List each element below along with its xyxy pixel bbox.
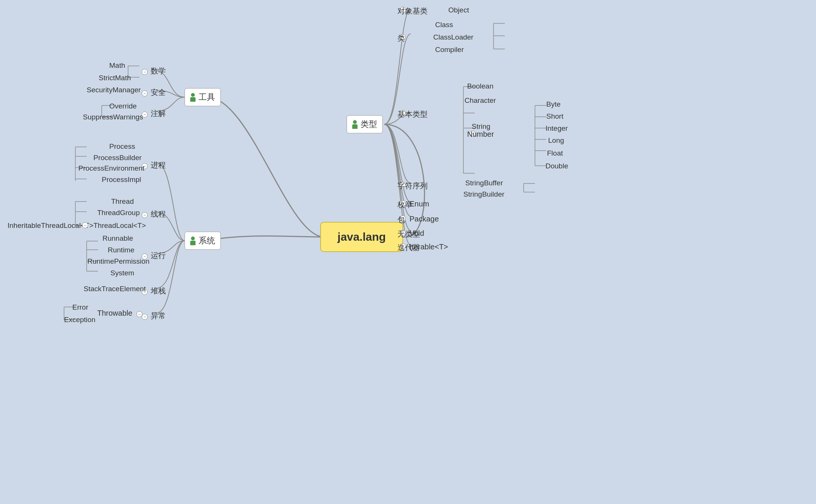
group-Throwable: Throwable − xyxy=(97,309,142,318)
label-线程: 线程 xyxy=(151,210,166,218)
central-node[interactable]: java.lang xyxy=(320,222,403,252)
label-注解: 注解 xyxy=(151,109,166,118)
item-SecurityManager: SecurityManager xyxy=(87,86,141,94)
item-Object: Object xyxy=(448,6,469,14)
collapse-异常[interactable]: − xyxy=(142,314,148,320)
item-Math: Math xyxy=(109,61,125,70)
tools-node[interactable]: 工具 xyxy=(185,88,221,106)
central-label: java.lang xyxy=(338,231,386,243)
group-安全: − 安全 xyxy=(142,87,166,98)
item-Boolean: Boolean xyxy=(467,82,494,90)
item-Character: Character xyxy=(465,96,496,105)
types-node[interactable]: 类型 xyxy=(347,115,383,133)
item-Byte: Byte xyxy=(546,100,561,108)
group-Number: Number − xyxy=(467,130,475,137)
types-label: 类型 xyxy=(361,119,377,130)
label-基本类型: 基本类型 xyxy=(397,109,428,119)
types-icon xyxy=(352,120,358,129)
system-node[interactable]: 系统 xyxy=(185,232,221,250)
item-Float: Float xyxy=(547,149,563,157)
label-类: 类 xyxy=(397,33,405,43)
item-Package: Package xyxy=(410,215,439,223)
label-字符序列: 字符序列 xyxy=(397,181,428,191)
label-对象基类: 对象基类 xyxy=(397,6,428,16)
collapse-安全[interactable]: − xyxy=(142,90,148,96)
item-String: String xyxy=(472,122,491,131)
item-SuppressWarnings: SuppressWarnings xyxy=(83,113,143,121)
item-Runnable: Runnable xyxy=(102,234,133,243)
label-包: 包 xyxy=(397,215,405,225)
item-StringBuilder: StringBuilder xyxy=(463,190,504,199)
item-Compiler: Compiler xyxy=(435,46,464,54)
tools-icon xyxy=(190,93,196,102)
item-Integer: Integer xyxy=(546,124,568,133)
item-Void: Void xyxy=(410,229,424,238)
item-InheritableThreadLocal: InheritableThreadLocal<T> xyxy=(8,221,93,230)
system-label: 系统 xyxy=(199,235,215,246)
collapse-线程[interactable]: − xyxy=(142,212,148,218)
group-进程: − 进程 xyxy=(142,160,166,170)
label-运行: 运行 xyxy=(151,251,166,260)
group-对象基类: 对象基类 − xyxy=(397,6,406,13)
group-字符序列: 字符序列 − xyxy=(397,181,406,188)
label-异常: 异常 xyxy=(151,312,166,320)
item-Exception: Exception xyxy=(64,316,95,324)
group-包: 包 − Package xyxy=(397,215,406,221)
group-注解: − 注解 xyxy=(142,108,166,119)
label-数学: 数学 xyxy=(151,67,166,75)
label-Number: Number xyxy=(467,130,494,139)
item-Runtime: Runtime xyxy=(108,246,134,254)
item-StackTraceElement: StackTraceElement xyxy=(84,285,146,293)
collapse-数学[interactable]: − xyxy=(142,69,148,75)
label-堆栈: 堆栈 xyxy=(151,287,166,295)
item-Override: Override xyxy=(109,102,137,110)
group-迭代器: 迭代器 − Iterable<T> xyxy=(397,243,406,249)
label-Throwable: Throwable xyxy=(97,309,132,317)
group-无类型: 无类型 − Void xyxy=(397,229,406,236)
item-Process: Process xyxy=(109,142,135,151)
item-ThreadLocal: ThreadLocal<T> xyxy=(93,221,146,230)
item-ProcessEnvironment: ProcessEnvironment xyxy=(78,164,144,173)
item-ProcessBuilder: ProcessBuilder xyxy=(93,154,142,162)
group-类: 类 − xyxy=(397,33,406,40)
group-数学: − 数学 xyxy=(142,66,166,76)
item-Enum: Enum xyxy=(410,200,429,208)
system-icon xyxy=(190,237,196,245)
item-ThreadGroup: ThreadGroup xyxy=(97,209,140,217)
item-Thread: Thread xyxy=(111,197,134,206)
item-Short: Short xyxy=(546,112,563,121)
tools-label: 工具 xyxy=(199,92,215,103)
label-安全: 安全 xyxy=(151,88,166,96)
item-Error: Error xyxy=(72,303,88,312)
group-基本类型: 基本类型 − xyxy=(397,109,406,116)
item-StringBuffer: StringBuffer xyxy=(465,179,503,187)
item-StrictMath: StrictMath xyxy=(99,74,131,82)
item-ProcessImpl: ProcessImpl xyxy=(102,176,141,184)
item-Long: Long xyxy=(548,136,564,145)
item-Class: Class xyxy=(435,21,453,29)
item-RuntimePermission: RuntimePermission xyxy=(87,257,150,266)
group-异常: − 异常 xyxy=(142,311,166,321)
collapse-InheritableThreadLocal[interactable]: − xyxy=(82,222,88,228)
collapse-Throwable[interactable]: − xyxy=(136,311,142,317)
item-ClassLoader: ClassLoader xyxy=(433,33,474,41)
item-Iterable: Iterable<T> xyxy=(410,243,448,251)
group-枚举: 枚举 − Enum xyxy=(397,200,406,206)
label-进程: 进程 xyxy=(151,161,166,169)
item-System: System xyxy=(110,269,134,277)
item-Double: Double xyxy=(546,162,568,170)
group-线程: − 线程 xyxy=(142,209,166,219)
